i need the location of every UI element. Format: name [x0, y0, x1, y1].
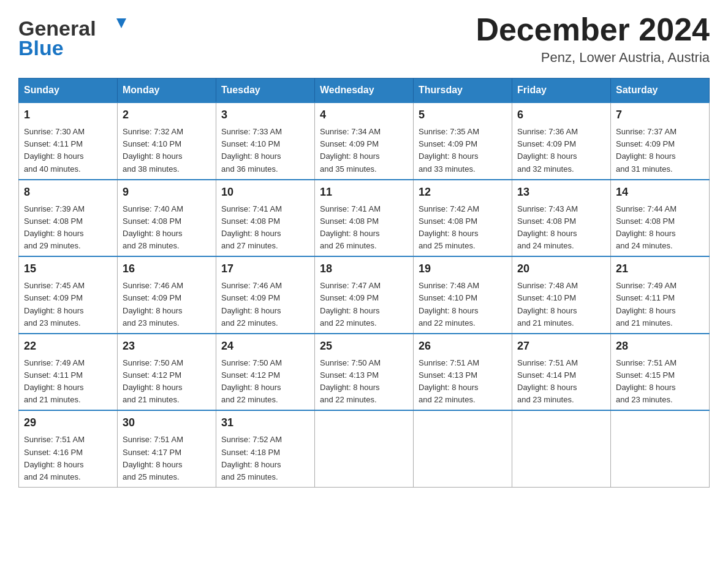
day-info: Sunrise: 7:35 AM Sunset: 4:09 PM Dayligh… [419, 126, 507, 175]
calendar-cell [315, 410, 414, 487]
calendar-cell: 31Sunrise: 7:52 AM Sunset: 4:18 PM Dayli… [216, 410, 315, 487]
day-number: 6 [517, 107, 605, 123]
week-row-3: 15Sunrise: 7:45 AM Sunset: 4:09 PM Dayli… [19, 256, 710, 334]
calendar-cell: 1Sunrise: 7:30 AM Sunset: 4:11 PM Daylig… [19, 102, 118, 180]
calendar-cell: 29Sunrise: 7:51 AM Sunset: 4:16 PM Dayli… [19, 410, 118, 487]
calendar-cell [611, 410, 710, 487]
logo: General Blue [18, 12, 135, 61]
weekday-header-sunday: Sunday [19, 79, 118, 103]
week-row-5: 29Sunrise: 7:51 AM Sunset: 4:16 PM Dayli… [19, 410, 710, 487]
day-number: 30 [123, 415, 211, 431]
day-number: 22 [24, 338, 112, 354]
day-info: Sunrise: 7:49 AM Sunset: 4:11 PM Dayligh… [24, 357, 112, 407]
calendar-cell: 15Sunrise: 7:45 AM Sunset: 4:09 PM Dayli… [19, 256, 118, 334]
day-info: Sunrise: 7:34 AM Sunset: 4:09 PM Dayligh… [320, 126, 408, 175]
weekday-header-row: SundayMondayTuesdayWednesdayThursdayFrid… [19, 79, 710, 103]
day-number: 5 [419, 107, 507, 123]
day-info: Sunrise: 7:51 AM Sunset: 4:15 PM Dayligh… [616, 357, 704, 407]
day-info: Sunrise: 7:47 AM Sunset: 4:09 PM Dayligh… [320, 280, 408, 329]
calendar-cell: 17Sunrise: 7:46 AM Sunset: 4:09 PM Dayli… [216, 256, 315, 334]
day-info: Sunrise: 7:51 AM Sunset: 4:16 PM Dayligh… [24, 434, 112, 483]
day-info: Sunrise: 7:52 AM Sunset: 4:18 PM Dayligh… [221, 434, 309, 483]
calendar-cell: 13Sunrise: 7:43 AM Sunset: 4:08 PM Dayli… [512, 180, 611, 257]
day-number: 4 [320, 107, 408, 123]
calendar-cell: 27Sunrise: 7:51 AM Sunset: 4:14 PM Dayli… [512, 334, 611, 411]
calendar-cell: 10Sunrise: 7:41 AM Sunset: 4:08 PM Dayli… [216, 180, 315, 257]
day-info: Sunrise: 7:39 AM Sunset: 4:08 PM Dayligh… [24, 203, 112, 253]
calendar-cell: 5Sunrise: 7:35 AM Sunset: 4:09 PM Daylig… [414, 102, 512, 180]
calendar-cell: 11Sunrise: 7:41 AM Sunset: 4:08 PM Dayli… [315, 180, 414, 257]
svg-marker-1 [116, 18, 126, 28]
calendar-cell: 3Sunrise: 7:33 AM Sunset: 4:10 PM Daylig… [216, 102, 315, 180]
title-block: December 2024 Penz, Lower Austria, Austr… [476, 12, 710, 66]
day-number: 11 [320, 184, 408, 201]
location-title: Penz, Lower Austria, Austria [476, 50, 710, 66]
day-number: 21 [616, 261, 704, 277]
day-number: 18 [320, 261, 408, 277]
svg-text:Blue: Blue [18, 36, 64, 59]
day-info: Sunrise: 7:48 AM Sunset: 4:10 PM Dayligh… [419, 280, 507, 329]
calendar-cell: 23Sunrise: 7:50 AM Sunset: 4:12 PM Dayli… [118, 334, 216, 411]
day-info: Sunrise: 7:49 AM Sunset: 4:11 PM Dayligh… [616, 280, 704, 329]
day-info: Sunrise: 7:50 AM Sunset: 4:12 PM Dayligh… [123, 357, 211, 407]
day-info: Sunrise: 7:32 AM Sunset: 4:10 PM Dayligh… [123, 126, 211, 175]
calendar-cell: 26Sunrise: 7:51 AM Sunset: 4:13 PM Dayli… [414, 334, 512, 411]
day-info: Sunrise: 7:41 AM Sunset: 4:08 PM Dayligh… [221, 203, 309, 253]
calendar-cell: 7Sunrise: 7:37 AM Sunset: 4:09 PM Daylig… [611, 102, 710, 180]
calendar-cell: 21Sunrise: 7:49 AM Sunset: 4:11 PM Dayli… [611, 256, 710, 334]
day-number: 7 [616, 107, 704, 123]
week-row-1: 1Sunrise: 7:30 AM Sunset: 4:11 PM Daylig… [19, 102, 710, 180]
calendar-cell [512, 410, 611, 487]
day-info: Sunrise: 7:36 AM Sunset: 4:09 PM Dayligh… [517, 126, 605, 175]
day-info: Sunrise: 7:33 AM Sunset: 4:10 PM Dayligh… [221, 126, 309, 175]
day-info: Sunrise: 7:40 AM Sunset: 4:08 PM Dayligh… [123, 203, 211, 253]
day-number: 28 [616, 338, 704, 354]
day-info: Sunrise: 7:50 AM Sunset: 4:12 PM Dayligh… [221, 357, 309, 407]
weekday-header-saturday: Saturday [611, 79, 710, 103]
calendar-cell: 4Sunrise: 7:34 AM Sunset: 4:09 PM Daylig… [315, 102, 414, 180]
day-number: 15 [24, 261, 112, 277]
calendar-cell: 12Sunrise: 7:42 AM Sunset: 4:08 PM Dayli… [414, 180, 512, 257]
calendar-cell: 28Sunrise: 7:51 AM Sunset: 4:15 PM Dayli… [611, 334, 710, 411]
day-number: 12 [419, 184, 507, 201]
day-info: Sunrise: 7:46 AM Sunset: 4:09 PM Dayligh… [221, 280, 309, 329]
weekday-header-monday: Monday [118, 79, 216, 103]
day-number: 10 [221, 184, 309, 201]
day-number: 26 [419, 338, 507, 354]
weekday-header-friday: Friday [512, 79, 611, 103]
day-number: 2 [123, 107, 211, 123]
weekday-header-tuesday: Tuesday [216, 79, 315, 103]
day-info: Sunrise: 7:50 AM Sunset: 4:13 PM Dayligh… [320, 357, 408, 407]
day-number: 8 [24, 184, 112, 201]
day-number: 3 [221, 107, 309, 123]
calendar-cell: 20Sunrise: 7:48 AM Sunset: 4:10 PM Dayli… [512, 256, 611, 334]
calendar-table: SundayMondayTuesdayWednesdayThursdayFrid… [18, 78, 710, 488]
day-info: Sunrise: 7:42 AM Sunset: 4:08 PM Dayligh… [419, 203, 507, 253]
page-header: General Blue December 2024 Penz, Lower A… [18, 12, 710, 66]
weekday-header-wednesday: Wednesday [315, 79, 414, 103]
day-number: 14 [616, 184, 704, 201]
logo-svg: General Blue [18, 12, 135, 61]
day-info: Sunrise: 7:45 AM Sunset: 4:09 PM Dayligh… [24, 280, 112, 329]
week-row-2: 8Sunrise: 7:39 AM Sunset: 4:08 PM Daylig… [19, 180, 710, 257]
day-number: 31 [221, 415, 309, 431]
day-number: 20 [517, 261, 605, 277]
day-info: Sunrise: 7:51 AM Sunset: 4:13 PM Dayligh… [419, 357, 507, 407]
day-number: 27 [517, 338, 605, 354]
calendar-cell [414, 410, 512, 487]
day-info: Sunrise: 7:51 AM Sunset: 4:14 PM Dayligh… [517, 357, 605, 407]
day-info: Sunrise: 7:37 AM Sunset: 4:09 PM Dayligh… [616, 126, 704, 175]
day-number: 17 [221, 261, 309, 277]
day-info: Sunrise: 7:46 AM Sunset: 4:09 PM Dayligh… [123, 280, 211, 329]
calendar-cell: 16Sunrise: 7:46 AM Sunset: 4:09 PM Dayli… [118, 256, 216, 334]
day-number: 24 [221, 338, 309, 354]
day-number: 25 [320, 338, 408, 354]
calendar-cell: 9Sunrise: 7:40 AM Sunset: 4:08 PM Daylig… [118, 180, 216, 257]
day-number: 9 [123, 184, 211, 201]
calendar-cell: 2Sunrise: 7:32 AM Sunset: 4:10 PM Daylig… [118, 102, 216, 180]
calendar-cell: 18Sunrise: 7:47 AM Sunset: 4:09 PM Dayli… [315, 256, 414, 334]
day-info: Sunrise: 7:51 AM Sunset: 4:17 PM Dayligh… [123, 434, 211, 483]
week-row-4: 22Sunrise: 7:49 AM Sunset: 4:11 PM Dayli… [19, 334, 710, 411]
calendar-cell: 14Sunrise: 7:44 AM Sunset: 4:08 PM Dayli… [611, 180, 710, 257]
calendar-cell: 22Sunrise: 7:49 AM Sunset: 4:11 PM Dayli… [19, 334, 118, 411]
